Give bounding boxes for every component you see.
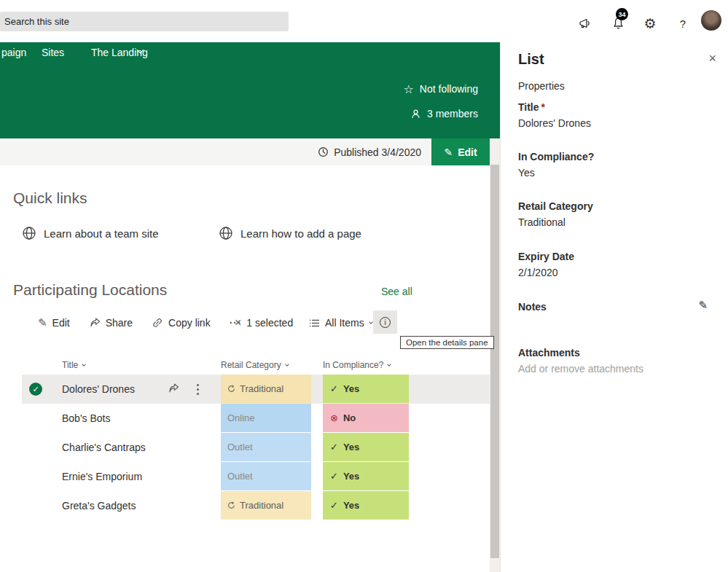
list-toolbar: ✎ Edit Share Copy link ··· — [38, 312, 242, 334]
globe-icon — [219, 226, 233, 240]
column-header-title[interactable]: Title — [62, 356, 85, 375]
share-button[interactable]: Share — [89, 317, 133, 329]
see-all-link[interactable]: See all — [381, 286, 412, 297]
view-name-label: All Items — [325, 317, 364, 329]
pencil-icon: ✎ — [38, 316, 47, 329]
quick-link-team-site[interactable]: Learn about a team site — [22, 226, 159, 240]
share-label: Share — [106, 317, 133, 329]
row-title: Ernie's Emporium — [62, 462, 142, 491]
check-icon: ✓ — [330, 383, 338, 394]
quick-link-label: Learn about a team site — [44, 227, 159, 240]
copy-link-button[interactable]: Copy link — [152, 317, 211, 329]
quick-link-label: Learn how to add a page — [240, 227, 361, 240]
scrollbar-thumb[interactable] — [490, 165, 499, 558]
share-icon — [89, 318, 101, 328]
category-label: Online — [227, 412, 255, 423]
quick-links-title: Quick links — [13, 189, 87, 207]
page-command-bar: Published 3/4/2020 ✎ Edit — [0, 138, 490, 165]
row-title: Greta's Gadgets — [62, 491, 136, 520]
follow-button[interactable]: ☆ Not following — [404, 82, 479, 96]
announcement-button[interactable] — [576, 15, 594, 32]
error-icon: ⊗ — [330, 412, 338, 423]
settings-button[interactable]: ⚙ — [641, 15, 659, 32]
field-value-expiry-date[interactable]: 2/1/2020 — [518, 267, 558, 278]
person-icon — [410, 109, 421, 120]
gear-icon: ⚙ — [643, 15, 656, 32]
field-label-attachments: Attachments — [518, 347, 580, 359]
compliance-label: Yes — [343, 500, 359, 511]
field-label-retail-category: Retail Category — [518, 200, 593, 212]
table-row[interactable]: Greta's Gadgets Traditional ✓ Yes — [22, 491, 490, 520]
details-pane-button[interactable]: i — [373, 310, 397, 334]
column-header-retail-category[interactable]: Retail Category — [221, 356, 289, 375]
field-value-in-compliance[interactable]: Yes — [518, 167, 535, 179]
follow-label: Not following — [420, 83, 478, 95]
add-attachments-link[interactable]: Add or remove attachments — [518, 363, 643, 375]
field-label-in-compliance: In Compliance? — [518, 151, 594, 162]
field-value-title[interactable]: Dolores' Drones — [518, 117, 591, 129]
pencil-icon: ✎ — [444, 146, 453, 158]
published-label: Published 3/4/2020 — [334, 146, 421, 158]
nav-item-sites[interactable]: Sites — [42, 42, 64, 63]
retail-category-cell: Outlet — [221, 433, 311, 461]
edit-page-button[interactable]: ✎ Edit — [431, 138, 490, 165]
avatar[interactable] — [701, 10, 721, 31]
edit-page-label: Edit — [458, 146, 477, 158]
globe-icon — [22, 226, 36, 240]
locations-list: Title Retail Category In Compliance? ✓ D… — [22, 356, 490, 520]
quick-link-add-page[interactable]: Learn how to add a page — [219, 226, 361, 240]
search-input[interactable]: Search this site — [0, 12, 289, 31]
compliance-label: No — [343, 412, 356, 423]
retail-category-cell: Traditional — [221, 491, 311, 520]
clear-selection-button[interactable]: × 1 selected — [235, 312, 293, 334]
check-icon: ✓ — [330, 500, 338, 511]
copy-link-label: Copy link — [168, 317, 211, 329]
view-selector[interactable]: All Items — [309, 312, 372, 334]
row-selected-checkbox[interactable]: ✓ — [29, 383, 42, 396]
row-title: Charlie's Cantraps — [62, 433, 146, 462]
list-edit-label: Edit — [52, 317, 70, 329]
field-label-notes: Notes — [518, 301, 547, 313]
field-value-retail-category[interactable]: Traditional — [518, 216, 565, 228]
table-row[interactable]: Ernie's Emporium Outlet ✓ Yes — [22, 462, 490, 491]
row-more-icon[interactable] — [197, 388, 199, 391]
selected-count-label: 1 selected — [246, 317, 293, 329]
chevron-down-icon — [388, 362, 392, 367]
compliance-cell: ✓ Yes — [323, 462, 409, 490]
category-label: Outlet — [227, 471, 253, 482]
chevron-down-icon — [82, 362, 86, 367]
pane-title: List — [518, 51, 544, 68]
category-icon — [227, 385, 235, 393]
edit-notes-pencil-icon[interactable]: ✎ — [698, 299, 708, 312]
nav-item-campaign[interactable]: paign — [1, 42, 26, 63]
column-label: Title — [62, 356, 78, 375]
help-button[interactable]: ? — [674, 15, 692, 32]
category-icon — [227, 501, 235, 509]
category-label: Traditional — [240, 500, 283, 511]
compliance-label: Yes — [343, 442, 359, 452]
field-label-text: Title — [518, 101, 539, 113]
compliance-cell: ⊗ No — [323, 404, 409, 432]
column-header-in-compliance[interactable]: In Compliance? — [323, 356, 391, 375]
search-placeholder: Search this site — [4, 16, 69, 27]
check-icon: ✓ — [330, 471, 338, 482]
help-icon: ? — [680, 17, 686, 30]
close-icon[interactable]: × — [708, 52, 716, 65]
share-icon[interactable] — [168, 383, 179, 393]
site-nav: paign Sites The Landing — [0, 42, 500, 63]
table-row[interactable]: Bob's Bots Online ⊗ No — [22, 404, 490, 433]
table-row[interactable]: ✓ Dolores' Drones Traditional ✓ Yes — [22, 375, 490, 404]
row-title: Bob's Bots — [62, 404, 111, 433]
site-hero: ☆ Not following 3 members — [0, 63, 500, 138]
published-status: Published 3/4/2020 — [318, 138, 421, 165]
members-button[interactable]: 3 members — [410, 106, 478, 121]
info-letter: i — [384, 318, 385, 326]
pane-section-properties: Properties — [518, 80, 565, 92]
list-edit-button[interactable]: ✎ Edit — [38, 316, 70, 329]
compliance-cell: ✓ Yes — [323, 491, 409, 520]
category-label: Outlet — [227, 442, 253, 452]
retail-category-cell: Traditional — [221, 375, 311, 403]
clock-icon — [318, 146, 329, 157]
table-row[interactable]: Charlie's Cantraps Outlet ✓ Yes — [22, 433, 490, 462]
members-label: 3 members — [427, 108, 478, 120]
